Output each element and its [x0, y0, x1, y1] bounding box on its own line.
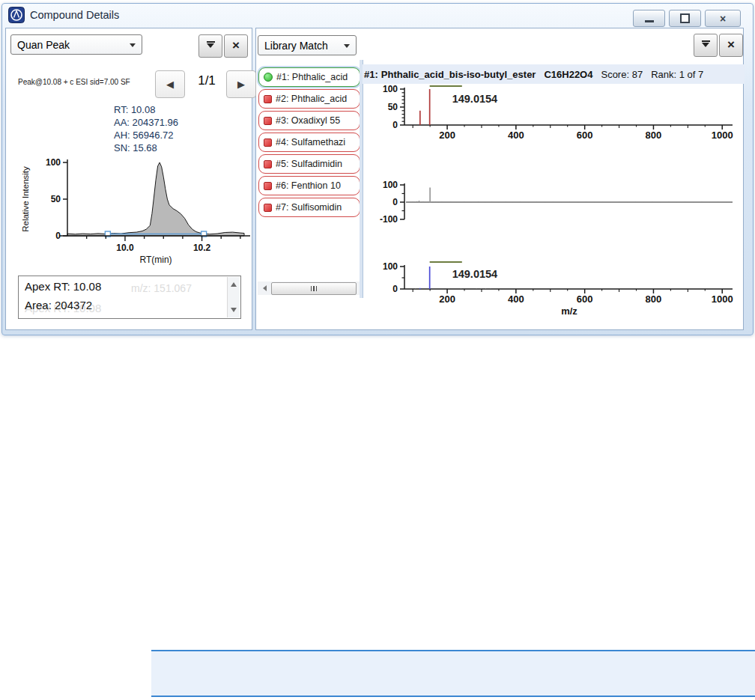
next-page-button[interactable]: ▶ [226, 70, 256, 98]
compound-details-window: Compound Details × Quan Peak × Peak@10.0… [1, 3, 754, 335]
match-label: #3: Oxadixyl 55 [276, 115, 340, 126]
minimize-button[interactable] [633, 10, 665, 27]
svg-text:1000: 1000 [712, 293, 733, 305]
list-horizontal-scrollbar[interactable] [258, 281, 360, 295]
restore-button[interactable] [669, 10, 701, 27]
svg-text:600: 600 [577, 293, 593, 305]
info-scrollbar[interactable] [227, 277, 240, 317]
close-icon: × [232, 39, 240, 52]
close-pane-button[interactable]: × [224, 34, 248, 58]
svg-text:10.0: 10.0 [116, 243, 134, 253]
svg-text:100: 100 [383, 84, 398, 94]
minimize-icon [645, 20, 654, 22]
chevron-left-icon: ◀ [166, 79, 174, 90]
view-selector-dropdown[interactable]: Quan Peak [10, 34, 142, 55]
library-match-item-4[interactable]: #4: Sulfamethazi [258, 133, 360, 152]
svg-text:600: 600 [577, 130, 593, 141]
svg-text:800: 800 [646, 293, 662, 305]
chevron-down-icon [130, 43, 136, 50]
close-icon: × [720, 13, 726, 24]
svg-text:400: 400 [508, 130, 524, 141]
library-match-item-6[interactable]: #6: Fenthion 10 [258, 176, 360, 195]
svg-text:200: 200 [439, 293, 455, 305]
chevron-right-icon: ▶ [237, 79, 245, 90]
ghost-text-mz: m/z: 151.067 [131, 282, 192, 294]
collapse-icon [207, 41, 215, 52]
match-label: #2: Phthalic_acid [276, 94, 347, 104]
match-score: Score: 87 [601, 69, 643, 80]
close-pane-button[interactable]: × [719, 34, 743, 57]
svg-text:149.0154: 149.0154 [452, 93, 497, 105]
match-label: #6: Fenthion 10 [276, 180, 341, 191]
apex-rt-value: Apex RT: 10.08 [25, 280, 101, 293]
match-status-green-icon [264, 73, 273, 82]
svg-text:Relative Intensity: Relative Intensity [21, 166, 30, 232]
svg-text:149.0154: 149.0154 [452, 268, 497, 280]
window-title: Compound Details [30, 9, 119, 21]
match-compound-name: Phthalic_acid_bis-iso-butyl_ester [381, 69, 536, 80]
svg-text:200: 200 [439, 130, 455, 141]
scan-header-text: Peak@10.08 + c ESI sid=7.00 SF [18, 78, 130, 86]
match-status-red-icon [264, 182, 272, 190]
match-header: #1: Phthalic_acid_bis-iso-butyl_ester C1… [363, 64, 745, 84]
svg-text:100: 100 [383, 261, 398, 272]
library-match-item-5[interactable]: #5: Sulfadimidin [258, 154, 360, 174]
quan-peak-pane: Quan Peak × Peak@10.08 + c ESI sid=7.00 … [5, 28, 252, 330]
library-match-item-7[interactable]: #7: Sulfisomidin [258, 198, 360, 217]
svg-text:RT(min): RT(min) [139, 255, 172, 265]
scroll-left-icon[interactable] [260, 285, 267, 291]
svg-text:1000: 1000 [712, 130, 733, 141]
collapse-icon [702, 40, 710, 51]
svg-text:0: 0 [55, 231, 61, 241]
match-rank: Rank: 1 of 7 [651, 69, 703, 80]
app-logo-icon[interactable] [8, 7, 25, 23]
view-selector-dropdown[interactable]: Library Match [258, 35, 357, 55]
match-formula: C16H22O4 [544, 69, 592, 80]
close-window-button[interactable]: × [705, 10, 741, 27]
match-status-red-icon [264, 95, 272, 103]
match-status-red-icon [264, 204, 272, 212]
close-icon: × [727, 38, 735, 51]
scroll-up-icon[interactable] [231, 279, 237, 287]
peak-info-box[interactable]: m/z: 151.067 Apex RT: 10.08 Apex RT: 10.… [18, 276, 241, 319]
view-selector-value: Quan Peak [17, 39, 70, 51]
collapse-pane-button[interactable] [694, 34, 718, 57]
svg-text:50: 50 [51, 194, 61, 204]
restore-icon [680, 13, 690, 23]
library-match-item-3[interactable]: #3: Oxadixyl 55 [258, 111, 360, 130]
view-selector-value: Library Match [264, 40, 328, 52]
library-match-item-1[interactable]: #1: Phthalic_acid [258, 67, 360, 87]
match-label: #7: Sulfisomidin [276, 202, 342, 213]
collapse-pane-button[interactable] [198, 34, 222, 58]
match-rank-prefix: #1: [364, 69, 378, 80]
chevron-down-icon [344, 44, 350, 51]
match-status-red-icon [264, 117, 272, 125]
scrollbar-thumb[interactable] [271, 282, 357, 295]
area-value: Area: 204372 [25, 299, 92, 311]
chromatogram-plot[interactable]: 05010010.010.2RT(min)Relative Intensity [6, 73, 253, 270]
match-status-red-icon [264, 160, 272, 168]
svg-text:100: 100 [383, 180, 398, 190]
svg-text:800: 800 [646, 130, 662, 141]
svg-text:0: 0 [392, 284, 398, 294]
match-label: #5: Sulfadimidin [276, 159, 342, 169]
highlight-panel [151, 650, 755, 697]
library-match-item-2[interactable]: #2: Phthalic_acid [258, 89, 360, 109]
svg-text:50: 50 [388, 102, 398, 112]
svg-text:m/z: m/z [561, 305, 577, 317]
match-status-red-icon [264, 139, 272, 147]
svg-text:400: 400 [508, 293, 524, 305]
svg-text:10.2: 10.2 [193, 243, 211, 253]
spectra-plot[interactable]: 0501002004006008001000149.0154-100010001… [363, 84, 743, 331]
previous-page-button[interactable]: ◀ [155, 70, 185, 98]
page-indicator: 1/1 [186, 73, 228, 88]
window-controls: × [633, 10, 741, 27]
svg-text:-100: -100 [380, 214, 398, 225]
scroll-down-icon[interactable] [231, 308, 237, 315]
svg-text:0: 0 [392, 197, 398, 207]
match-label: #4: Sulfamethazi [276, 137, 345, 147]
svg-text:100: 100 [46, 157, 61, 168]
library-match-pane: Library Match × #1: Phthalic_acid #2: Ph… [255, 28, 744, 330]
svg-text:0: 0 [392, 120, 398, 130]
match-label: #1: Phthalic_acid [276, 72, 348, 82]
